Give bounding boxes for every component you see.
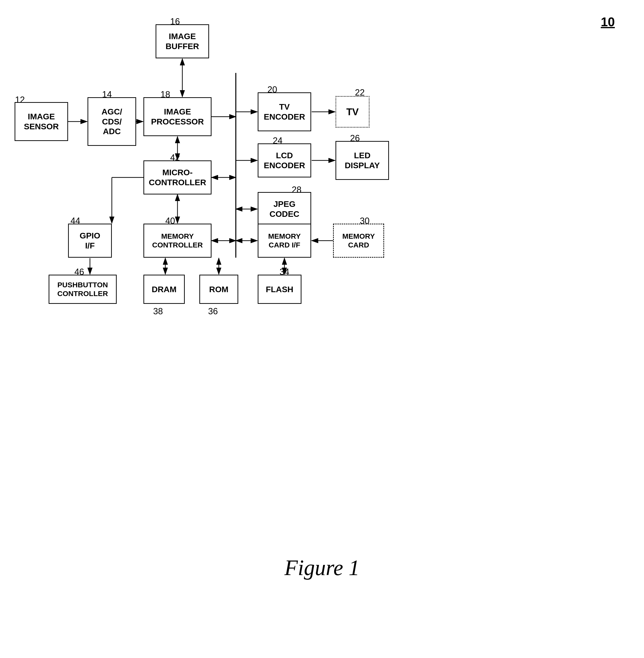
pushbutton-controller-block: PUSHBUTTONCONTROLLER [49,275,117,304]
rom-block: ROM [199,275,238,304]
image-buffer-block: IMAGEBUFFER [156,24,209,58]
gpio-if-block: GPIOI/F [68,224,112,258]
dram-block: DRAM [143,275,185,304]
led-display-block: LEDDISPLAY [336,141,389,180]
memory-card-block: MEMORYCARD [333,224,384,258]
image-processor-block: IMAGEPROCESSOR [143,97,211,136]
memory-controller-block: MEMORYCONTROLLER [143,224,211,258]
ref-label-36: 36 [208,306,218,316]
tv-encoder-block: TVENCODER [258,92,311,131]
tv-block: TV [336,96,370,127]
micro-controller-block: MICRO-CONTROLLER [143,160,211,194]
lcd-encoder-block: LCDENCODER [258,143,311,178]
diagram-container: 10 [0,0,644,658]
agc-cds-adc-block: AGC/CDS/ADC [88,97,136,146]
flash-block: FLASH [258,275,301,304]
image-sensor-block: IMAGESENSOR [15,102,68,141]
jpeg-codec-block: JPEGCODEC [258,192,311,226]
memory-card-if-block: MEMORYCARD I/F [258,224,311,258]
figure-label: Figure 1 [284,555,360,580]
ref-10: 10 [601,15,615,29]
ref-label-38: 38 [153,306,163,316]
